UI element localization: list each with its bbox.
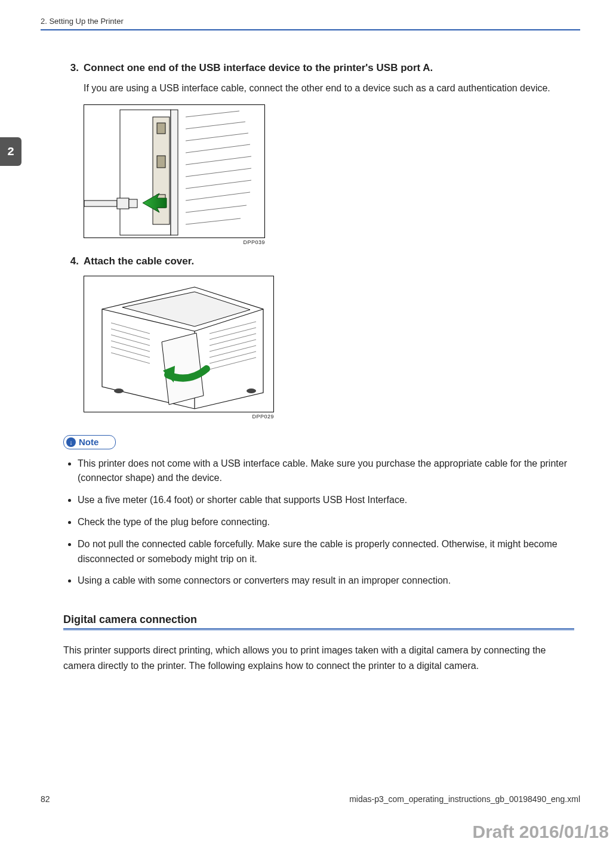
- source-filename: midas-p3_com_operating_instructions_gb_0…: [349, 794, 580, 804]
- page-number: 82: [41, 794, 50, 804]
- main-content: 3. Connect one end of the USB interface …: [41, 61, 580, 673]
- draft-watermark: Draft 2016/01/18: [473, 822, 609, 842]
- svg-line-10: [186, 156, 251, 165]
- list-item: This printer does not come with a USB in…: [78, 457, 574, 486]
- svg-point-39: [247, 388, 256, 393]
- step-description: If you are using a USB interface cable, …: [84, 81, 574, 96]
- note-badge: ↓ Note: [63, 435, 116, 449]
- note-label: Note: [79, 437, 98, 447]
- step-heading: Connect one end of the USB interface dev…: [84, 61, 433, 75]
- step-number: 3.: [63, 62, 84, 74]
- chapter-tab: 2: [0, 137, 21, 166]
- svg-rect-1: [171, 110, 178, 235]
- section-rule: [63, 628, 574, 631]
- step-list: 3. Connect one end of the USB interface …: [63, 61, 574, 420]
- svg-line-7: [186, 122, 245, 129]
- svg-line-8: [186, 133, 248, 141]
- svg-line-15: [186, 218, 241, 224]
- svg-rect-17: [117, 198, 129, 209]
- svg-line-6: [186, 111, 239, 117]
- step-item: 4. Attach the cable cover.: [63, 255, 574, 420]
- svg-rect-18: [129, 199, 137, 208]
- figure-caption: DPP039: [84, 239, 266, 245]
- svg-line-14: [186, 205, 247, 212]
- svg-line-13: [186, 192, 250, 201]
- list-item: Check the type of the plug before connec…: [78, 515, 574, 530]
- note-list: This printer does not come with a USB in…: [63, 457, 574, 589]
- figure-cable-cover: DPP029: [84, 276, 574, 420]
- list-item: Use a five meter (16.4 foot) or shorter …: [78, 493, 574, 508]
- running-header: 2. Setting Up the Printer: [41, 17, 580, 29]
- figure-usb-port: DPP039: [84, 104, 574, 245]
- list-item: Using a cable with some connectors or co…: [78, 573, 574, 588]
- header-rule: [41, 29, 580, 30]
- svg-line-11: [186, 168, 251, 177]
- section-body: This printer supports direct printing, w…: [63, 643, 574, 673]
- figure-caption: DPP029: [84, 414, 275, 420]
- svg-point-38: [114, 388, 124, 393]
- arrow-down-icon: ↓: [66, 437, 76, 447]
- page-footer: 82 midas-p3_com_operating_instructions_g…: [41, 794, 580, 804]
- svg-rect-3: [157, 123, 165, 134]
- svg-line-9: [186, 144, 250, 153]
- svg-line-12: [186, 180, 251, 189]
- step-number: 4.: [63, 255, 84, 267]
- svg-rect-16: [84, 201, 117, 206]
- list-item: Do not pull the connected cable forceful…: [78, 537, 574, 567]
- step-heading: Attach the cable cover.: [84, 255, 194, 269]
- svg-rect-4: [157, 156, 165, 168]
- section-heading: Digital camera connection: [63, 613, 574, 626]
- step-item: 3. Connect one end of the USB interface …: [63, 61, 574, 245]
